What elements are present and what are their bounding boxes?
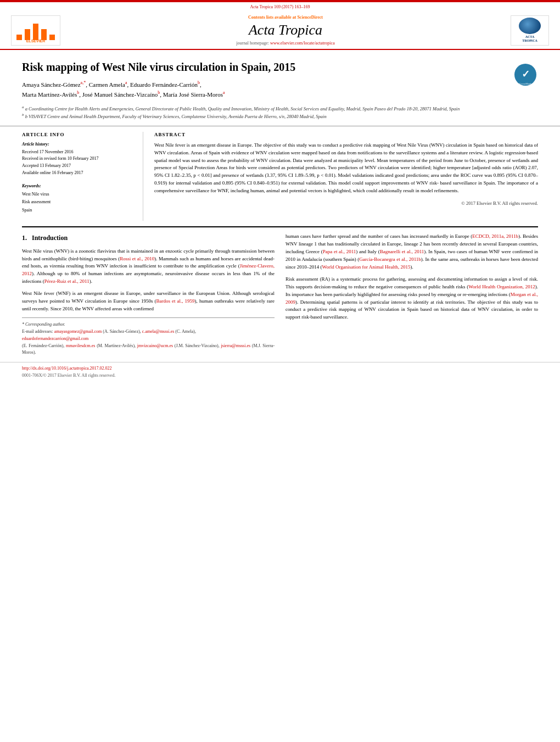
main-two-col: 1. Introduction West Nile virus (WNV) is… [0,233,560,356]
svg-text:✓: ✓ [522,69,530,80]
keywords-section: Keywords: West Nile virus Risk assessmen… [22,183,132,214]
email-link-2[interactable]: c.amela@msssi.es [142,329,174,334]
abstract-heading: ABSTRACT [154,132,538,137]
journal-ref: Acta Tropica 169 (2017) 163–169 [0,2,560,10]
abstract-text: West Nile fever is an emergent disease i… [154,142,538,196]
ref-who[interactable]: World Health Organization, 2012 [468,284,535,289]
elsevier-svg: ELSEVIER [14,18,58,43]
ref-garcia[interactable]: García-Bocanegra et al., 2011b [359,256,421,262]
ref-papa[interactable]: Papa et al., 2011 [323,249,356,254]
col2-para2: Risk assessment (RA) is a systematic pro… [285,276,538,322]
abstract-section: ABSTRACT West Nile fever is an emergent … [154,132,538,221]
ref-ecdcd[interactable]: ECDCD, 2011a, 2011b [472,233,518,239]
svg-text:ELSEVIER: ELSEVIER [26,39,46,43]
col2-para1: human cases have further spread and the … [285,233,538,271]
doi-link[interactable]: http://dx.doi.org/10.1016/j.actatropica.… [22,366,112,371]
crossmark-badge: ✓ CrossMark [513,63,538,88]
email-link-1[interactable]: amayasgomez@gmail.com [54,329,102,334]
email-link-3[interactable]: eduardofernandezcarrion@gmail.com [22,336,88,341]
copyright-notice: © 2017 Elsevier B.V. All rights reserved… [154,200,538,206]
ref-perez[interactable]: Pérez-Ruiz et al., 2011 [44,278,89,284]
header-center: Contents lists available at ScienceDirec… [60,15,511,46]
svg-rect-2 [33,24,38,40]
page-footer: http://dx.doi.org/10.1016/j.actatropica.… [0,362,560,383]
history-label: Article history: [22,142,132,147]
footnote-area: * Corresponding author. E-mail addresses… [22,317,275,356]
keywords-list: West Nile virus Risk assessment Spain [22,191,132,214]
col-left: 1. Introduction West Nile virus (WNV) is… [22,233,275,356]
article-history: Article history: Received 17 November 20… [22,142,132,177]
article-info-panel: ARTICLE INFO Article history: Received 1… [22,132,132,221]
email-link-4[interactable]: mmavilesdcm.es [66,343,96,348]
ref-world[interactable]: World Organisation for Animal Health, 20… [322,264,411,270]
svg-rect-0 [16,35,22,40]
homepage-link[interactable]: www.elsevier.com/locate/actatropica [270,41,335,46]
elsevier-logo: ELSEVIER [11,15,60,46]
article-title: Risk mapping of West Nile virus circulat… [22,60,538,74]
journal-homepage: journal homepage: www.elsevier.com/locat… [71,41,500,46]
sciencedirect-link[interactable]: ScienceDirect [297,15,323,20]
article-body: ARTICLE INFO Article history: Received 1… [0,126,560,226]
article-header: ✓ CrossMark Risk mapping of West Nile vi… [0,50,560,126]
svg-text:CrossMark: CrossMark [519,82,532,85]
article-info-heading: ARTICLE INFO [22,132,132,137]
vertical-divider [143,132,143,221]
ref-morgan[interactable]: Morgan et al., 2009 [285,292,538,305]
ref-bardos[interactable]: Bardos et al., 1959 [156,298,195,304]
journal-header: ELSEVIER Contents lists available at Sci… [0,10,560,50]
sciencedirect-line: Contents lists available at ScienceDirec… [71,15,500,20]
affiliations: a a Coordinating Centre for Health Alert… [22,104,538,120]
section1-title: 1. Introduction [22,233,275,243]
ref-rossi[interactable]: Rossi et al., 2010 [120,256,154,261]
journal-title-text: Acta Tropica [71,22,500,38]
svg-rect-1 [25,29,30,40]
page: Acta Tropica 169 (2017) 163–169 ELSEVIER [0,0,560,742]
email-link-6[interactable]: jsierra@msssi.es [221,343,250,348]
svg-rect-4 [49,35,55,40]
col-right: human cases have further spread and the … [285,233,538,356]
doi-line: http://dx.doi.org/10.1016/j.actatropica.… [22,366,538,371]
acta-tropica-logo: ACTATROPICA [511,15,549,46]
svg-rect-3 [41,29,47,40]
ref-jimenez[interactable]: Jiménez-Clavero, 2012 [22,263,275,276]
ref-bagnarelli[interactable]: Bagnarelli et al., 2011 [380,249,424,254]
header-top: ELSEVIER Contents lists available at Sci… [11,15,549,46]
history-dates: Received 17 November 2016 Received in re… [22,149,132,177]
authors-line: Amaya Sánchez-Gómeza,*, Carmen Amelaa, E… [22,80,538,100]
email-link-5[interactable]: jmvizcaino@ucm.es [137,343,173,348]
issn-line: 0001-706X/© 2017 Elsevier B.V. All right… [22,373,538,378]
col1-para1: West Nile virus (WNV) is a zoonotic flav… [22,248,275,286]
section-divider [22,226,538,227]
globe-icon [519,18,541,35]
col1-para2: West Nile fever (WNF) is an emergent dis… [22,290,275,313]
keywords-label: Keywords: [22,183,132,188]
